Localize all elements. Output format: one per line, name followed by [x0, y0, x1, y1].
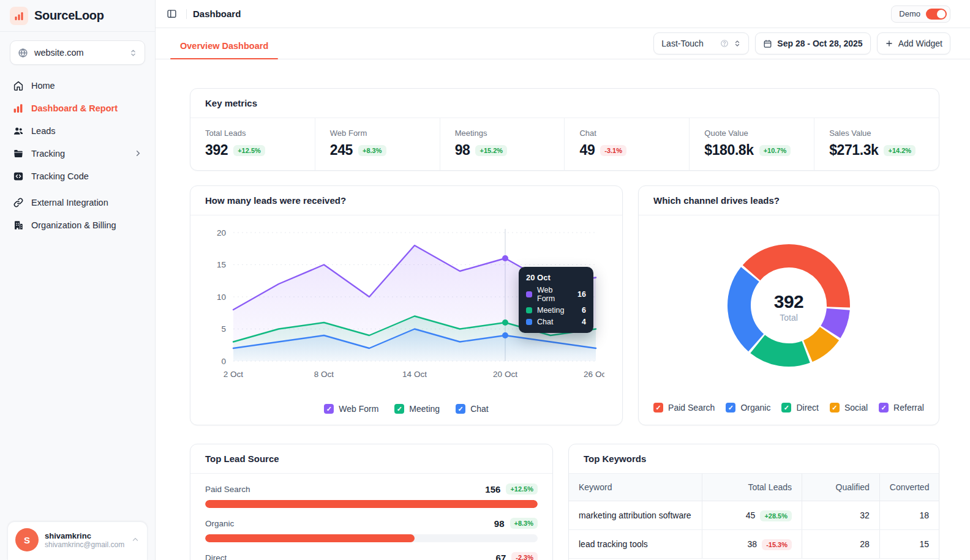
- user-card[interactable]: S shivamkrinc shivamkrinc@gmail.com: [7, 521, 148, 560]
- sidebar-item-label: Tracking: [31, 149, 65, 159]
- demo-toggle[interactable]: [926, 9, 947, 20]
- legend-item-organic[interactable]: ✓Organic: [726, 403, 770, 413]
- calendar-icon: [763, 39, 772, 48]
- chevron-up-icon: [131, 536, 140, 544]
- lead-source-row-organic: Organic98+8.3%: [205, 518, 538, 542]
- checkbox-checked-icon[interactable]: ✓: [394, 404, 404, 414]
- total-leads-cell: 45+28.5%: [702, 501, 802, 530]
- legend-item-meeting[interactable]: ✓Meeting: [394, 404, 440, 414]
- panel-toggle-icon[interactable]: [163, 6, 180, 23]
- legend-item-chat[interactable]: ✓Chat: [456, 404, 489, 414]
- svg-text:15: 15: [217, 260, 226, 269]
- metric-label: Chat: [579, 129, 674, 138]
- donut-chart-area: 392 Total: [639, 215, 939, 398]
- checkbox-checked-icon[interactable]: ✓: [324, 404, 334, 414]
- legend-item-social[interactable]: ✓Social: [830, 403, 868, 413]
- metric-label: Sales Value: [829, 129, 924, 138]
- demo-pill: Demo: [891, 6, 950, 23]
- chevron-right-icon: [133, 149, 143, 158]
- app-root: SourceLoop website.com HomeDashboard & R…: [0, 0, 970, 560]
- lead-source-value: 156: [485, 484, 500, 495]
- lead-source-row-direct: Direct67-2.3%: [205, 552, 538, 560]
- keyword-delta-badge: +28.5%: [760, 510, 792, 521]
- progress-bar-track: [205, 534, 538, 542]
- table-row: lead tracking tools38-15.3%2815: [569, 530, 939, 559]
- legend-item-referral[interactable]: ✓Referral: [879, 403, 924, 413]
- svg-text:5: 5: [221, 324, 226, 334]
- toolbar: Overview Dashboard Last-Touch Sep 28 - O…: [156, 28, 970, 59]
- sidebar-item-dashboard-report[interactable]: Dashboard & Report: [6, 97, 149, 119]
- chart-tooltip: 20 OctWeb Form16Meeting6Chat4: [519, 267, 593, 333]
- lead-source-delta-badge: -2.3%: [511, 552, 538, 560]
- sidebar-item-organization-billing[interactable]: Organization & Billing: [6, 214, 149, 236]
- checkbox-checked-icon[interactable]: ✓: [830, 403, 840, 413]
- line-chart-legend: ✓Web Form✓Meeting✓Chat: [190, 399, 622, 425]
- column-header-qualified: Qualified: [802, 474, 880, 501]
- sidebar: SourceLoop website.com HomeDashboard & R…: [0, 0, 156, 560]
- main-area: Dashboard Demo Overview Dashboard Last-T…: [156, 0, 970, 560]
- column-header-keyword: Keyword: [569, 474, 702, 501]
- updown-chevron-icon: [129, 49, 137, 57]
- checkbox-checked-icon[interactable]: ✓: [726, 403, 735, 413]
- code-icon: [12, 170, 24, 182]
- donut-chart: [720, 237, 857, 376]
- metric-chat: Chat49-3.1%: [564, 118, 689, 170]
- channel-leads-title: Which channel drives leads?: [639, 186, 939, 215]
- metric-value: 98: [455, 142, 470, 159]
- tooltip-row: Chat4: [526, 318, 586, 326]
- metric-value: 49: [579, 142, 595, 159]
- lead-source-label: Organic: [205, 519, 494, 528]
- sidebar-item-external-integration[interactable]: External Integration: [6, 192, 149, 213]
- key-metrics-title: Key metrics: [190, 89, 939, 118]
- checkbox-checked-icon[interactable]: ✓: [879, 403, 889, 413]
- date-range-picker[interactable]: Sep 28 - Oct 28, 2025: [755, 32, 870, 54]
- home-icon: [12, 80, 24, 91]
- brand: SourceLoop: [0, 0, 155, 32]
- metric-delta-badge: +10.7%: [759, 145, 791, 156]
- metric-value: 392: [205, 142, 228, 159]
- metric-delta-badge: -3.1%: [600, 145, 626, 156]
- legend-item-web-form[interactable]: ✓Web Form: [324, 404, 378, 414]
- attribution-select[interactable]: Last-Touch: [653, 32, 749, 54]
- top-keywords-card: Top Keywords KeywordTotal LeadsQualified…: [568, 444, 939, 560]
- sidebar-item-tracking[interactable]: Tracking: [6, 143, 149, 164]
- globe-icon: [18, 48, 28, 58]
- metric-quote-value: Quote Value$180.8k+10.7%: [689, 118, 814, 170]
- plus-icon: [885, 39, 893, 48]
- checkbox-checked-icon[interactable]: ✓: [653, 403, 663, 413]
- legend-item-direct[interactable]: ✓Direct: [781, 403, 819, 413]
- top-lead-source-card: Top Lead Source Paid Search156+12.5%Orga…: [190, 444, 553, 560]
- tooltip-row: Web Form16: [526, 286, 586, 303]
- add-widget-label: Add Widget: [898, 39, 942, 48]
- sidebar-item-label: External Integration: [31, 198, 108, 207]
- svg-text:8 Oct: 8 Oct: [314, 370, 334, 379]
- top-keywords-title: Top Keywords: [569, 444, 939, 474]
- leads-received-title: How many leads were received?: [190, 186, 622, 215]
- metric-web-form: Web Form245+8.3%: [315, 118, 440, 170]
- legend-item-paid-search[interactable]: ✓Paid Search: [653, 403, 715, 413]
- add-widget-button[interactable]: Add Widget: [877, 32, 950, 54]
- bar-chart-icon: [12, 102, 24, 114]
- user-email: shivamkrinc@gmail.com: [45, 540, 124, 549]
- tab-overview-dashboard[interactable]: Overview Dashboard: [170, 41, 278, 59]
- site-selector[interactable]: website.com: [10, 40, 145, 65]
- site-selector-value: website.com: [34, 48, 123, 58]
- lead-source-delta-badge: +8.3%: [510, 518, 538, 529]
- sidebar-item-tracking-code[interactable]: Tracking Code: [6, 165, 149, 187]
- lead-source-label: Direct: [205, 553, 496, 560]
- sidebar-item-home[interactable]: Home: [6, 75, 149, 96]
- key-metrics-body: Total Leads392+12.5%Web Form245+8.3%Meet…: [190, 118, 939, 170]
- sidebar-item-leads[interactable]: Leads: [6, 120, 149, 141]
- sidebar-item-label: Organization & Billing: [31, 220, 116, 230]
- checkbox-checked-icon[interactable]: ✓: [456, 404, 465, 414]
- avatar: S: [15, 528, 39, 551]
- svg-text:0: 0: [221, 357, 226, 366]
- metric-delta-badge: +15.2%: [475, 145, 507, 156]
- checkbox-checked-icon[interactable]: ✓: [781, 403, 791, 413]
- qualified-cell: 32: [802, 501, 880, 530]
- metric-meetings: Meetings98+15.2%: [440, 118, 565, 170]
- metric-delta-badge: +14.2%: [884, 145, 915, 156]
- series-color-swatch: [526, 291, 532, 297]
- sidebar-item-label: Leads: [31, 126, 56, 136]
- metric-label: Web Form: [330, 129, 425, 138]
